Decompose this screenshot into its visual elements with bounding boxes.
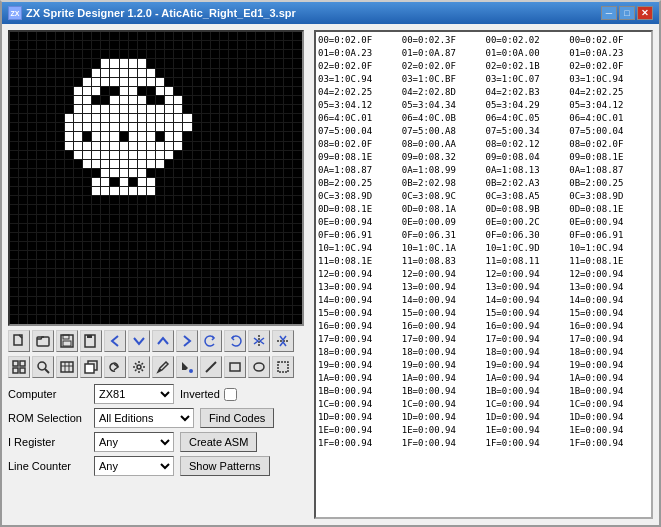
app-icon: ZX: [8, 6, 22, 20]
svg-rect-11: [20, 361, 25, 366]
data-row: 16=0:00.94: [318, 320, 398, 333]
left-panel: Computer ZX81 ZX Spectrum Inverted ROM S…: [8, 30, 308, 519]
data-row: 12=0:00.94: [402, 268, 482, 281]
sprite-button[interactable]: [56, 356, 78, 378]
data-row: 1C=0:00.94: [318, 398, 398, 411]
close-button[interactable]: ✕: [637, 6, 653, 20]
data-row: 1F=0:00.94: [318, 437, 398, 450]
rect-button[interactable]: [224, 356, 246, 378]
data-row: 16=0:00.94: [402, 320, 482, 333]
copy-button[interactable]: [80, 356, 102, 378]
data-row: 0D=0:08.1E: [569, 203, 649, 216]
data-row: 13=0:00.94: [486, 281, 566, 294]
data-row: 08=0:00.AA: [402, 138, 482, 151]
line-button[interactable]: [200, 356, 222, 378]
rotate-left-button[interactable]: [200, 330, 222, 352]
data-row: 13=0:00.94: [318, 281, 398, 294]
data-row: 11=0:08.1E: [318, 255, 398, 268]
new-button[interactable]: [8, 330, 30, 352]
data-row: 0E=0:00.94: [318, 216, 398, 229]
data-row: 0E=0:00.09: [402, 216, 482, 229]
data-row: 05=3:04.12: [569, 99, 649, 112]
data-row: 18=0:00.94: [486, 346, 566, 359]
data-row: 08=0:02.12: [486, 138, 566, 151]
data-row: 11=0:08.83: [402, 255, 482, 268]
data-row: 05=3:04.29: [486, 99, 566, 112]
create-asm-button[interactable]: Create ASM: [180, 432, 257, 452]
svg-point-22: [137, 365, 141, 369]
fill-button[interactable]: [176, 356, 198, 378]
pencil-button[interactable]: [152, 356, 174, 378]
sprite-canvas[interactable]: [8, 30, 304, 326]
arrow-up-button[interactable]: [152, 330, 174, 352]
svg-rect-12: [13, 368, 18, 373]
line-counter-row: Line Counter Any 0 1 Show Patterns: [8, 456, 308, 476]
data-row: 09=0:08.04: [486, 151, 566, 164]
data-row: 1E=0:00.94: [569, 424, 649, 437]
svg-point-27: [254, 363, 264, 371]
data-row: 09=0:08.1E: [318, 151, 398, 164]
data-row: 06=4:0C.0B: [402, 112, 482, 125]
rotate-right-button[interactable]: [224, 330, 246, 352]
data-row: 0E=0:00.2C: [486, 216, 566, 229]
data-row: 15=0:00.94: [402, 307, 482, 320]
arrow-down-button[interactable]: [128, 330, 150, 352]
data-row: 19=0:00.94: [569, 359, 649, 372]
select-button[interactable]: [272, 356, 294, 378]
data-row: 05=3:04.34: [402, 99, 482, 112]
mirror-v-button[interactable]: [272, 330, 294, 352]
svg-point-14: [38, 362, 46, 370]
inverted-checkbox[interactable]: [224, 388, 237, 401]
svg-rect-26: [230, 363, 240, 371]
svg-rect-10: [13, 361, 18, 366]
data-row: 16=0:00.94: [569, 320, 649, 333]
data-row: 04=2:02.B3: [486, 86, 566, 99]
data-row: 02=0:02.1B: [486, 60, 566, 73]
line-counter-select[interactable]: Any 0 1: [94, 456, 174, 476]
data-row: 0A=1:08.99: [402, 164, 482, 177]
data-row: 00=0:02.0F: [569, 34, 649, 47]
data-row: 1A=0:00.94: [318, 372, 398, 385]
i-register-select[interactable]: Any 1E 1F: [94, 432, 174, 452]
data-row: 0E=0:00.94: [569, 216, 649, 229]
arrow-left-button[interactable]: [104, 330, 126, 352]
show-patterns-button[interactable]: Show Patterns: [180, 456, 270, 476]
grid-button[interactable]: [8, 356, 30, 378]
data-row: 0F=0:06.31: [402, 229, 482, 242]
data-row: 19=0:00.94: [318, 359, 398, 372]
data-row: 0B=2:02.A3: [486, 177, 566, 190]
window-title: ZX Sprite Designer 1.2.0 - AticAtic_Righ…: [26, 7, 601, 19]
data-row: 03=1:0C.BF: [402, 73, 482, 86]
data-row: 1F=0:00.94: [402, 437, 482, 450]
minimize-button[interactable]: ─: [601, 6, 617, 20]
data-row: 1A=0:00.94: [486, 372, 566, 385]
open-button[interactable]: [32, 330, 54, 352]
data-row: 10=1:0C.9D: [486, 242, 566, 255]
data-row: 14=0:00.94: [569, 294, 649, 307]
save-as-button[interactable]: [80, 330, 102, 352]
save-button[interactable]: [56, 330, 78, 352]
data-row: 1B=0:00.94: [318, 385, 398, 398]
data-row: 0B=2:02.98: [402, 177, 482, 190]
data-row: 0F=0:06.91: [569, 229, 649, 242]
zoom-button[interactable]: [32, 356, 54, 378]
settings-button[interactable]: [128, 356, 150, 378]
data-row: 15=0:00.94: [569, 307, 649, 320]
maximize-button[interactable]: □: [619, 6, 635, 20]
data-row: 05=3:04.12: [318, 99, 398, 112]
mirror-h-button[interactable]: [248, 330, 270, 352]
find-codes-button[interactable]: Find Codes: [200, 408, 274, 428]
data-row: 02=0:02.0F: [402, 60, 482, 73]
data-row: 0C=3:08.9C: [402, 190, 482, 203]
data-row: 0D=0:08.9B: [486, 203, 566, 216]
data-row: 1E=0:00.94: [486, 424, 566, 437]
undo-button[interactable]: [104, 356, 126, 378]
arrow-right-button[interactable]: [176, 330, 198, 352]
data-row: 1D=0:00.94: [486, 411, 566, 424]
ellipse-button[interactable]: [248, 356, 270, 378]
computer-select[interactable]: ZX81 ZX Spectrum: [94, 384, 174, 404]
rom-selection-select[interactable]: All Editions Issue 1 Issue 2: [94, 408, 194, 428]
svg-rect-13: [20, 368, 25, 373]
data-row: 14=0:00.94: [318, 294, 398, 307]
data-row: 08=0:02.0F: [569, 138, 649, 151]
